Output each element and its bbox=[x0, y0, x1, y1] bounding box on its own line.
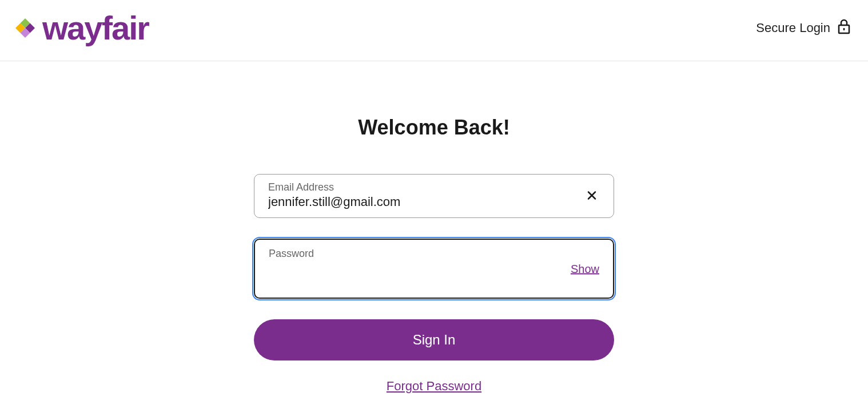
password-input[interactable] bbox=[269, 261, 550, 276]
sign-in-button[interactable]: Sign In bbox=[254, 319, 614, 360]
secure-login-label: Secure Login bbox=[756, 18, 851, 38]
lock-icon bbox=[837, 18, 851, 38]
password-field-container[interactable]: Password Show bbox=[254, 239, 614, 299]
page-title: Welcome Back! bbox=[358, 116, 509, 140]
main-content: Welcome Back! Email Address Password Sho… bbox=[0, 61, 868, 394]
forgot-password-link[interactable]: Forgot Password bbox=[387, 379, 481, 394]
brand-name: wayfair bbox=[42, 11, 149, 45]
close-icon bbox=[586, 189, 598, 203]
email-field-container[interactable]: Email Address bbox=[254, 174, 614, 218]
header: wayfair Secure Login bbox=[0, 0, 868, 61]
secure-login-text: Secure Login bbox=[756, 21, 830, 35]
clear-email-button[interactable] bbox=[584, 187, 600, 205]
password-label: Password bbox=[269, 248, 599, 260]
email-input[interactable] bbox=[268, 195, 550, 209]
brand-logo-icon bbox=[11, 14, 39, 42]
show-password-button[interactable]: Show bbox=[571, 262, 599, 275]
brand-logo[interactable]: wayfair bbox=[11, 11, 149, 45]
email-label: Email Address bbox=[268, 181, 600, 193]
